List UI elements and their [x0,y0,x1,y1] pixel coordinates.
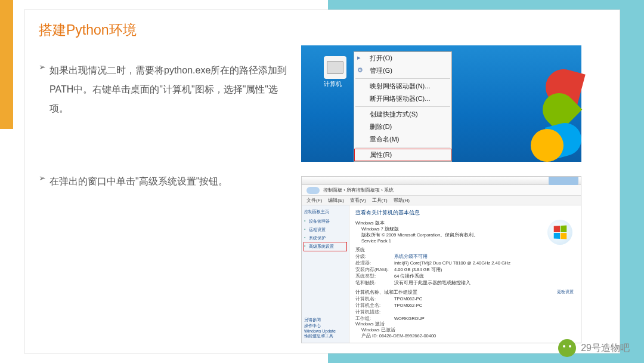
link-device-manager[interactable]: 设备管理器 [304,217,346,226]
menu-bar: 文件(F) 编辑(E) 查看(V) 工具(T) 帮助(H) [302,196,581,205]
link-protection[interactable]: 系统保护 [304,234,346,242]
menu-tools[interactable]: 工具(T) [372,197,388,204]
separator [355,106,450,107]
gear-icon: ⚙ [357,66,366,75]
slide-title: 搭建Python环境 [24,10,620,44]
link-remote[interactable]: 远程设置 [304,226,346,234]
bullet-item: ➢ 在弹出的窗口中单击"高级系统设置"按钮。 [39,172,289,191]
windows-logo-icon [547,220,572,245]
chevron-icon: ➢ [39,172,46,191]
side-bottom: 另请参阅 操作中心 Windows Update 性能信息和工具 [304,317,336,339]
section-edition: Windows 版本 Windows 7 旗舰版 版权所有 © 2009 Mic… [355,220,575,244]
breadcrumb[interactable]: 控制面板 › 所有控制面板项 › 系统 [323,187,394,193]
section-network: 计算机名称、域和工作组设置 计算机名:TPOM062-PC 计算机全名:TPOM… [355,290,575,322]
menu-properties[interactable]: 属性(R) [354,149,451,161]
section-system: 系统 分级:系统分级不可用 处理器:Intel(R) Core(TM)2 Duo… [355,247,575,286]
menu-rename[interactable]: 重命名(M) [354,133,451,146]
footer-brand: 29号造物吧 [558,339,630,357]
link-change-settings[interactable]: 更改设置 [557,289,574,295]
bullet-text: 如果出现情况二时，需要将python.exe所在的路径添加到PATH中。右键单击… [49,61,289,118]
accent-bar [0,10,13,129]
computer-desktop-icon[interactable] [324,56,346,79]
side-title: 控制面板主页 [304,209,346,215]
windows-flag-bg [510,69,581,162]
window-body: 控制面板主页 设备管理器 远程设置 系统保护 高级系统设置 另请参阅 操作中心 … [302,205,581,343]
bullet-text: 在弹出的窗口中单击"高级系统设置"按钮。 [49,172,228,191]
accent-bar-top [0,0,13,10]
menu-open[interactable]: ▸打开(O) [354,52,451,64]
menu-edit[interactable]: 编辑(E) [328,197,344,204]
window-controls[interactable] [549,177,578,185]
screenshot-system-properties: 控制面板 › 所有控制面板项 › 系统 文件(F) 编辑(E) 查看(V) 工具… [301,176,581,343]
chevron-icon: ➢ [39,61,46,118]
address-bar: 控制面板 › 所有控制面板项 › 系统 [302,185,581,196]
menu-help[interactable]: 帮助(H) [394,197,410,204]
separator [355,78,450,79]
titlebar [302,177,581,185]
link-windows-update[interactable]: Windows Update [304,329,336,333]
screenshot-context-menu: 计算机 ▸打开(O) ⚙管理(G) 映射网络驱动器(N)... 断开网络驱动器(… [301,45,581,162]
side-panel: 控制面板主页 设备管理器 远程设置 系统保护 高级系统设置 另请参阅 操作中心 … [302,205,349,343]
menu-shortcut[interactable]: 创建快捷方式(S) [354,108,451,121]
context-menu: ▸打开(O) ⚙管理(G) 映射网络驱动器(N)... 断开网络驱动器(C)..… [354,51,452,162]
content-columns: ➢ 如果出现情况二时，需要将python.exe所在的路径添加到PATH中。右键… [24,44,620,343]
wechat-icon [558,339,576,357]
computer-icon-label: 计算机 [324,80,342,88]
link-advanced-settings[interactable]: 高级系统设置 [304,242,346,251]
menu-disconnect-drive[interactable]: 断开网络驱动器(C)... [354,93,451,105]
nav-back-forward[interactable] [306,187,320,194]
menu-manage[interactable]: ⚙管理(G) [354,64,451,77]
panel-title: 查看有关计算机的基本信息 [355,209,575,217]
slide-container: 搭建Python环境 ➢ 如果出现情况二时，需要将python.exe所在的路径… [24,10,620,353]
section-activation: Windows 激活 Windows 已激活 产品 ID: 06426-OEM-… [355,321,436,339]
link-action-center[interactable]: 操作中心 [304,323,336,329]
bullet-item: ➢ 如果出现情况二时，需要将python.exe所在的路径添加到PATH中。右键… [39,61,289,118]
separator [355,147,450,147]
main-panel: 查看有关计算机的基本信息 Windows 版本 Windows 7 旗舰版 版权… [349,205,581,343]
link-performance[interactable]: 性能信息和工具 [304,333,336,339]
menu-view[interactable]: 查看(V) [350,197,366,204]
text-column: ➢ 如果出现情况二时，需要将python.exe所在的路径添加到PATH中。右键… [39,44,289,343]
menu-map-drive[interactable]: 映射网络驱动器(N)... [354,80,451,93]
menu-file[interactable]: 文件(F) [306,197,322,204]
menu-delete[interactable]: 删除(D) [354,121,451,133]
brand-label: 29号造物吧 [581,342,630,355]
screenshot-column: 计算机 ▸打开(O) ⚙管理(G) 映射网络驱动器(N)... 断开网络驱动器(… [301,44,605,343]
folder-icon: ▸ [357,54,366,62]
